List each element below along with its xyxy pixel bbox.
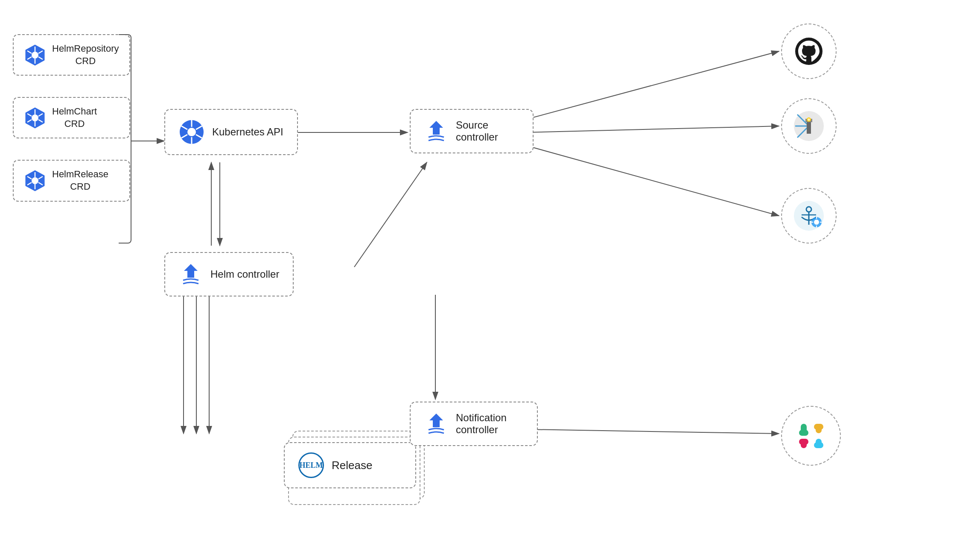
source-controller-box: Sourcecontroller [410,109,534,153]
github-logo [794,36,824,66]
lighthouse-icon-circle [781,98,837,154]
svg-point-64 [814,220,819,225]
svg-rect-74 [799,439,808,445]
slack-logo [793,418,829,454]
k8s-icon-2 [24,107,46,129]
svg-line-13 [525,145,779,216]
k8s-icon [24,44,46,66]
crd-group: HelmRepository CRD HelmChartCRD [13,34,130,202]
svg-line-11 [525,51,779,120]
svg-rect-70 [799,430,808,436]
svg-point-32 [32,177,38,184]
diagram-container: HelmRepository CRD HelmChartCRD [0,0,980,540]
svg-line-12 [525,126,779,132]
svg-marker-49 [429,414,443,427]
helm-repository-crd: HelmRepository CRD [13,34,130,76]
helm-chart-crd: HelmChartCRD [13,97,130,138]
helm-release-crd-label: HelmReleaseCRD [52,168,108,193]
slack-icon-circle [781,406,841,466]
notification-controller-label: Notificationcontroller [456,412,507,436]
flux-helm-icon [179,262,203,286]
helm-release-crd: HelmReleaseCRD [13,160,130,201]
kubernetes-api-label: Kubernetes API [212,126,283,138]
svg-line-14 [527,429,779,434]
svg-point-40 [187,128,196,136]
svg-rect-55 [807,121,811,134]
harbor-logo [793,200,825,232]
lighthouse-logo [793,110,825,142]
helm-controller-label: Helm controller [210,268,279,280]
svg-rect-76 [814,442,823,448]
svg-point-16 [32,52,38,59]
svg-point-58 [808,118,810,121]
harbor-icon-circle [781,188,837,244]
k8s-icon-3 [24,170,46,192]
svg-marker-48 [184,264,198,278]
arrows-svg [0,0,980,540]
k8s-wheel-icon [179,119,204,145]
helm-controller-box: Helm controller [164,252,294,296]
helm-chart-crd-label: HelmChartCRD [52,106,97,130]
crd-bracket [119,34,131,244]
release-label: Release [332,459,372,472]
flux-notification-icon [424,412,448,436]
svg-marker-47 [429,121,443,135]
source-controller-label: Sourcecontroller [456,119,498,143]
kubernetes-api-box: Kubernetes API [164,109,298,155]
github-icon-circle [781,23,837,79]
helm-repository-crd-label: HelmRepository CRD [52,43,119,67]
helm-logo-icon: HELM [298,452,324,478]
notification-controller-box: Notificationcontroller [410,402,538,446]
release-box: HELM Release [284,442,416,488]
svg-line-6 [354,162,427,267]
svg-rect-72 [814,424,823,430]
svg-point-24 [32,114,38,121]
flux-source-icon [424,119,448,143]
